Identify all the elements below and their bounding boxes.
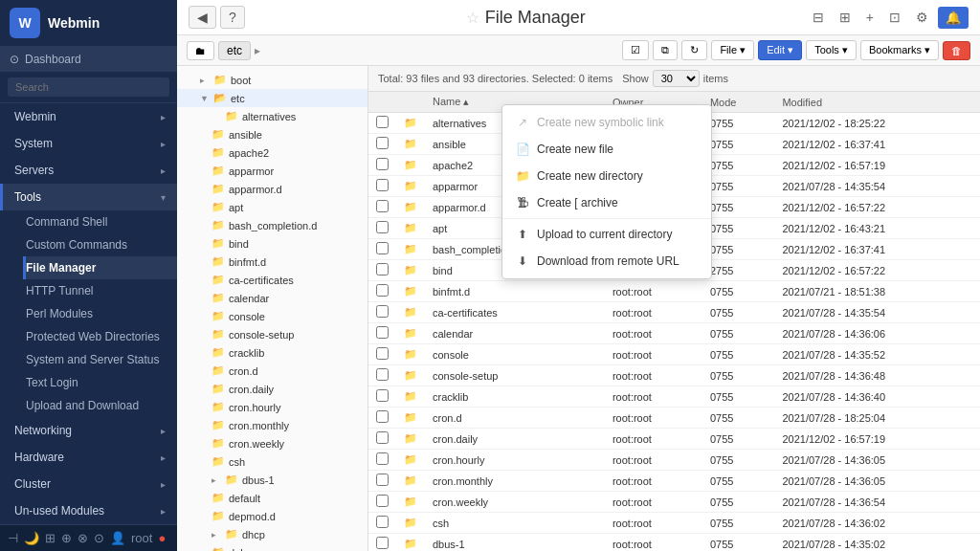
- sidebar-item-cluster[interactable]: Cluster ▸: [0, 471, 177, 497]
- row-name[interactable]: console-setup: [425, 365, 605, 386]
- table-row[interactable]: 📁 calendar root:root 0755 2021/07/28 - 1…: [368, 323, 980, 344]
- file-checkbox[interactable]: [376, 242, 389, 254]
- menu-item-upload[interactable]: ⬆ Upload to current directory: [502, 221, 711, 248]
- plus-icon[interactable]: +: [860, 7, 880, 28]
- menu-item-create-dir[interactable]: 📁 Create new directory: [502, 163, 711, 189]
- edit-menu-button[interactable]: Edit ▾: [758, 40, 802, 60]
- file-checkbox[interactable]: [376, 474, 389, 486]
- sidebar-item-unused-modules[interactable]: Un-used Modules ▸: [0, 497, 177, 524]
- sidebar-item-tools[interactable]: Tools ▾: [0, 184, 177, 210]
- footer-icon-1[interactable]: ⊣: [8, 531, 18, 545]
- row-name[interactable]: console: [425, 344, 605, 365]
- tree-item-bind[interactable]: 📁 bind: [177, 234, 368, 253]
- path-item-etc[interactable]: etc: [218, 41, 251, 60]
- show-count-select[interactable]: 10 20 30 50 100: [653, 70, 700, 87]
- row-checkbox[interactable]: [368, 113, 396, 134]
- row-name[interactable]: cron.d: [425, 408, 605, 429]
- file-checkbox[interactable]: [376, 137, 389, 149]
- terminal-icon[interactable]: ⊡: [883, 7, 906, 28]
- tree-item-dhcp[interactable]: ▸ 📁 dhcp: [177, 525, 368, 543]
- file-checkbox[interactable]: [376, 368, 389, 381]
- file-menu-button[interactable]: File ▾: [711, 40, 754, 60]
- row-checkbox[interactable]: [368, 471, 396, 492]
- select-button[interactable]: ☑: [622, 40, 649, 60]
- row-name[interactable]: csh: [425, 513, 605, 534]
- table-row[interactable]: 📁 cron.hourly root:root 0755 2021/07/28 …: [368, 450, 980, 471]
- file-checkbox[interactable]: [376, 305, 389, 318]
- row-name[interactable]: cron.daily: [425, 429, 605, 450]
- footer-icon-4[interactable]: ⊕: [61, 531, 72, 545]
- tools-menu-button[interactable]: Tools ▾: [806, 40, 857, 60]
- row-checkbox[interactable]: [368, 534, 396, 552]
- row-checkbox[interactable]: [368, 429, 396, 450]
- tree-item-default[interactable]: 📁 default: [177, 489, 368, 507]
- tree-item-depmod[interactable]: 📁 depmod.d: [177, 507, 368, 525]
- sidebar-item-system[interactable]: System ▸: [0, 130, 177, 157]
- sidebar-item-text-login[interactable]: Text Login: [23, 371, 177, 394]
- tree-item-cron-d[interactable]: 📁 cron.d: [177, 362, 368, 380]
- tree-item-boot[interactable]: ▸ 📁 boot: [177, 71, 368, 89]
- row-checkbox[interactable]: [368, 239, 396, 260]
- help-button[interactable]: ?: [220, 6, 245, 29]
- sidebar-item-servers[interactable]: Servers ▸: [0, 157, 177, 184]
- sidebar-item-webmin[interactable]: Webmin ▸: [0, 103, 177, 130]
- file-checkbox[interactable]: [376, 495, 389, 507]
- back-button[interactable]: ◀: [189, 6, 216, 29]
- row-name[interactable]: ca-certificates: [425, 302, 605, 323]
- tree-item-cron-daily[interactable]: 📁 cron.daily: [177, 380, 368, 398]
- row-checkbox[interactable]: [368, 302, 396, 323]
- row-checkbox[interactable]: [368, 176, 396, 197]
- tree-item-ca-certs[interactable]: 📁 ca-certificates: [177, 271, 368, 289]
- tree-item-console[interactable]: 📁 console: [177, 307, 368, 325]
- row-checkbox[interactable]: [368, 492, 396, 513]
- tree-item-ansible[interactable]: 📁 ansible: [177, 125, 368, 143]
- settings-icon[interactable]: ⚙: [910, 7, 934, 28]
- file-checkbox[interactable]: [376, 263, 389, 276]
- delete-button[interactable]: 🗑: [943, 41, 970, 60]
- row-checkbox[interactable]: [368, 155, 396, 176]
- footer-icon-5[interactable]: ⊗: [78, 531, 88, 545]
- row-name[interactable]: cracklib: [425, 386, 605, 408]
- table-row[interactable]: 📁 cron.monthly root:root 0755 2021/07/28…: [368, 471, 980, 492]
- sidebar-item-custom-commands[interactable]: Custom Commands: [23, 233, 177, 256]
- tree-item-etc[interactable]: ▼ 📂 etc: [177, 89, 368, 107]
- refresh-button[interactable]: ↻: [681, 40, 707, 60]
- footer-icon-power[interactable]: ●: [158, 531, 166, 545]
- tree-item-cracklib[interactable]: 📁 cracklib: [177, 343, 368, 362]
- row-checkbox[interactable]: [368, 218, 396, 239]
- tree-item-dpkg[interactable]: 📁 dpkg: [177, 543, 368, 551]
- sidebar-item-hardware[interactable]: Hardware ▸: [0, 444, 177, 471]
- path-up-button[interactable]: 🖿: [187, 41, 214, 60]
- sidebar-item-command-shell[interactable]: Command Shell: [23, 210, 177, 233]
- footer-icon-terminal[interactable]: ⊞: [45, 531, 56, 545]
- tree-item-apparmor[interactable]: 📁 apparmor: [177, 162, 368, 180]
- table-row[interactable]: 📁 console root:root 0755 2021/07/28 - 14…: [368, 344, 980, 365]
- row-name[interactable]: binfmt.d: [425, 281, 605, 302]
- grid-icon[interactable]: ⊞: [834, 7, 857, 28]
- tree-item-apparmor-d[interactable]: 📁 apparmor.d: [177, 180, 368, 198]
- table-row[interactable]: 📁 binfmt.d root:root 0755 2021/07/21 - 1…: [368, 281, 980, 302]
- table-row[interactable]: 📁 cron.weekly root:root 0755 2021/07/28 …: [368, 492, 980, 513]
- tree-item-console-setup[interactable]: 📁 console-setup: [177, 325, 368, 343]
- row-checkbox[interactable]: [368, 386, 396, 408]
- filter-icon[interactable]: ⊟: [807, 7, 830, 28]
- sidebar-item-protected-web[interactable]: Protected Web Directories: [23, 325, 177, 348]
- row-checkbox[interactable]: [368, 408, 396, 429]
- file-checkbox[interactable]: [376, 158, 389, 170]
- menu-item-download-url[interactable]: ⬇ Download from remote URL: [502, 248, 711, 275]
- row-name[interactable]: calendar: [425, 323, 605, 344]
- file-checkbox[interactable]: [376, 179, 389, 191]
- file-checkbox[interactable]: [376, 116, 389, 128]
- row-checkbox[interactable]: [368, 344, 396, 365]
- tree-item-bash-completion[interactable]: 📁 bash_completion.d: [177, 216, 368, 234]
- tree-item-calendar[interactable]: 📁 calendar: [177, 289, 368, 307]
- search-input[interactable]: [8, 77, 169, 97]
- table-row[interactable]: 📁 cracklib root:root 0755 2021/07/28 - 1…: [368, 386, 980, 408]
- sidebar-item-upload-download[interactable]: Upload and Download: [23, 394, 177, 417]
- tree-item-cron-hourly[interactable]: 📁 cron.hourly: [177, 398, 368, 416]
- row-checkbox[interactable]: [368, 450, 396, 471]
- tree-item-csh[interactable]: 📁 csh: [177, 452, 368, 471]
- file-checkbox[interactable]: [376, 410, 389, 423]
- row-checkbox[interactable]: [368, 323, 396, 344]
- tree-item-cron-weekly[interactable]: 📁 cron.weekly: [177, 434, 368, 452]
